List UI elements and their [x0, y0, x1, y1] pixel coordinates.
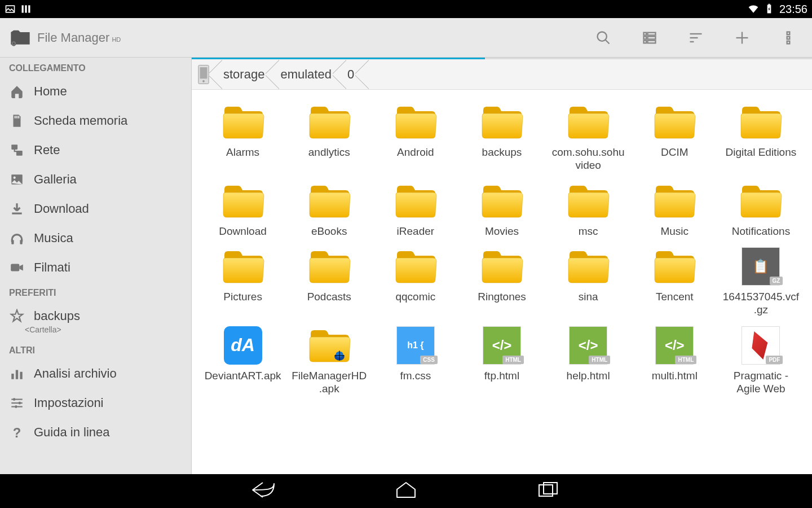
plus-icon	[734, 30, 750, 46]
file-item[interactable]: Download	[202, 177, 284, 240]
view-list-button[interactable]	[641, 29, 659, 47]
breadcrumb-segment[interactable]: storage	[215, 59, 272, 89]
svg-rect-21	[787, 32, 790, 34]
file-item[interactable]: andlytics	[288, 98, 370, 174]
svg-rect-14	[644, 40, 647, 43]
file-label: Notifications	[732, 225, 791, 238]
file-item[interactable]: </>HTMLhelp.html	[548, 321, 629, 398]
file-label: eBooks	[311, 225, 347, 238]
file-item[interactable]: Android	[374, 98, 456, 174]
sidebar-item-music[interactable]: Musica	[0, 224, 191, 253]
file-label: backups	[482, 146, 522, 159]
app-title-suffix: HD	[112, 36, 121, 43]
file-item[interactable]: FileManagerHD.apk	[288, 321, 370, 398]
android-navbar	[0, 474, 812, 508]
sidebar-item-gallery[interactable]: Galleria	[0, 165, 191, 194]
file-item[interactable]: </>HTMLftp.html	[461, 321, 542, 398]
file-item[interactable]: dADeviantART.apk	[202, 321, 284, 398]
sidebar-item-label: Impostazioni	[34, 396, 104, 410]
breadcrumb: storageemulated0	[192, 59, 812, 90]
folder-icon	[652, 244, 696, 288]
svg-rect-5	[768, 4, 770, 5]
sidebar-item-sdcard[interactable]: Scheda memoria	[0, 106, 191, 135]
app-title: File Manager	[37, 30, 109, 45]
file-item[interactable]: h1 {CSSfm.css	[374, 321, 456, 398]
breadcrumb-segment[interactable]: 0	[339, 59, 362, 89]
picture-icon	[5, 3, 16, 15]
sidebar-section-header: PREFERITI	[0, 282, 191, 301]
file-item[interactable]: qqcomic	[374, 242, 456, 319]
file-label: andlytics	[308, 146, 350, 159]
breadcrumb-root[interactable]	[192, 59, 215, 89]
svg-rect-41	[14, 398, 15, 400]
file-label: 1641537045.vcf.gz	[722, 291, 800, 317]
star-icon	[9, 308, 25, 324]
svg-rect-3	[28, 5, 30, 12]
file-item[interactable]: Tencent	[634, 242, 716, 319]
file-item[interactable]: DCIM	[634, 98, 716, 174]
sidebar-item-network[interactable]: Rete	[0, 135, 191, 165]
overflow-menu-button[interactable]	[779, 29, 797, 47]
file-item[interactable]: eBooks	[288, 177, 370, 240]
download-icon	[9, 201, 25, 217]
wifi-icon	[748, 3, 759, 15]
home-button[interactable]	[391, 479, 421, 503]
folder-icon	[739, 100, 783, 144]
svg-point-7	[13, 42, 15, 44]
bars-icon	[20, 3, 32, 15]
file-label: Download	[219, 225, 267, 238]
file-item[interactable]: Movies	[461, 177, 542, 240]
sidebar-item-help[interactable]: ?Guida in linea	[0, 418, 191, 447]
file-label: Ringtones	[478, 291, 526, 304]
sidebar-item-home[interactable]: Home	[0, 77, 191, 106]
search-button[interactable]	[594, 29, 612, 47]
overflow-icon	[780, 30, 796, 46]
file-item[interactable]: backups	[461, 98, 542, 174]
folder-icon	[221, 179, 265, 223]
html-file-icon: </>HTML	[652, 323, 696, 367]
html-file-icon: </>HTML	[566, 323, 610, 367]
recents-button[interactable]	[533, 479, 563, 503]
folder-icon	[480, 244, 524, 288]
sidebar-item-download[interactable]: Download	[0, 194, 191, 224]
sidebar: COLLEGAMENTOHomeScheda memoriaReteGaller…	[0, 58, 192, 474]
file-item[interactable]: </>HTMLmulti.html	[634, 321, 716, 398]
file-label: msc	[579, 225, 598, 238]
file-item[interactable]: Ringtones	[461, 242, 542, 319]
sort-button[interactable]	[687, 29, 705, 47]
file-item[interactable]: sina	[548, 242, 629, 319]
svg-line-9	[606, 40, 610, 43]
file-label: sina	[579, 291, 598, 304]
file-label: Music	[660, 225, 689, 238]
folder-icon	[652, 100, 696, 144]
sidebar-item-videos[interactable]: Filmati	[0, 253, 191, 282]
file-item[interactable]: Notifications	[720, 177, 802, 240]
home-icon	[9, 84, 25, 99]
sidebar-item-settings[interactable]: Impostazioni	[0, 388, 191, 418]
svg-rect-10	[644, 32, 647, 35]
folder-icon	[394, 244, 438, 288]
folder-icon	[307, 244, 351, 288]
svg-rect-23	[787, 41, 790, 43]
file-item[interactable]: Digital Editions	[720, 98, 802, 174]
file-item[interactable]: Pictures	[202, 242, 284, 319]
sidebar-item-analysis[interactable]: Analisi archivio	[0, 359, 191, 388]
file-item[interactable]: com.sohu.sohuvideo	[548, 98, 629, 174]
file-item[interactable]: msc	[548, 177, 629, 240]
archive-icon: 📋GZ	[739, 244, 783, 288]
folder-icon	[480, 179, 524, 223]
file-item[interactable]: PDFPragmatic - Agile Web	[720, 321, 802, 398]
file-item[interactable]: Music	[634, 177, 716, 240]
svg-rect-25	[16, 116, 17, 118]
file-item[interactable]: Alarms	[202, 98, 284, 174]
apk-icon	[307, 323, 351, 367]
svg-rect-12	[644, 36, 647, 39]
file-item[interactable]: iReader	[374, 177, 456, 240]
add-button[interactable]	[733, 29, 751, 47]
svg-rect-34	[11, 264, 19, 271]
sort-icon	[688, 30, 704, 46]
file-item[interactable]: Podcasts	[288, 242, 370, 319]
file-item[interactable]: 📋GZ1641537045.vcf.gz	[720, 242, 802, 319]
back-button[interactable]	[249, 479, 279, 503]
breadcrumb-segment[interactable]: emulated	[272, 59, 339, 89]
